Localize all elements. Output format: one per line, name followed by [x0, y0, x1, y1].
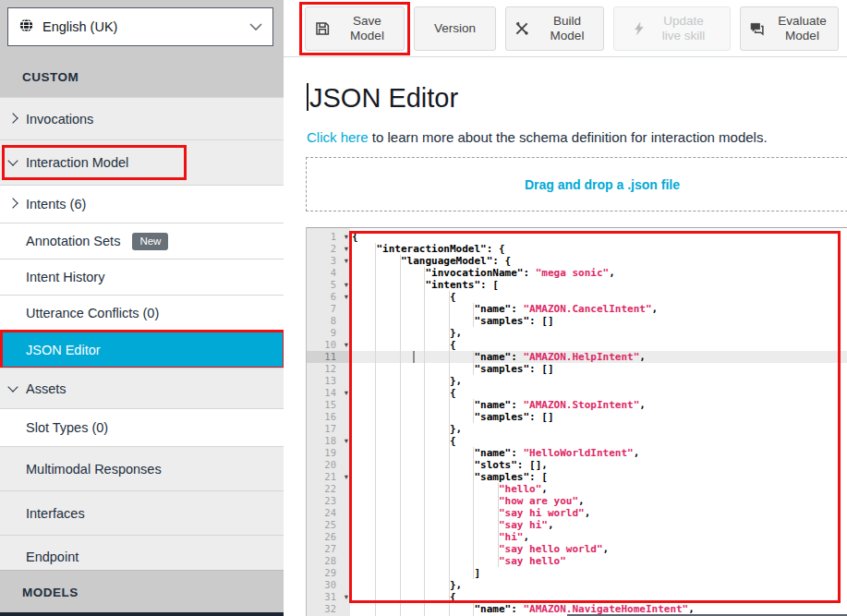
indent-guides: [352, 567, 474, 579]
button-label: Update live skill: [655, 14, 712, 43]
json-token: "name":: [474, 603, 516, 615]
fold-toggle-icon[interactable]: ▾: [345, 591, 348, 603]
code-line[interactable]: "invocationName": "mega sonic",: [350, 267, 847, 279]
code-line[interactable]: {: [350, 291, 847, 303]
code-line[interactable]: {: [350, 339, 847, 351]
line-number: 12: [307, 363, 350, 375]
editor-code-area[interactable]: { "interactionModel": { "languageModel":…: [350, 228, 847, 616]
json-token: ,: [603, 543, 610, 555]
sidebar-item-json-editor[interactable]: JSON Editor: [0, 331, 284, 368]
code-line[interactable]: ]: [350, 567, 847, 579]
json-token: "samples":: [474, 411, 535, 423]
fold-toggle-icon[interactable]: ▾: [345, 435, 348, 447]
text-caret: [307, 83, 309, 111]
indent-guides: [352, 363, 474, 375]
code-line[interactable]: "hi",: [350, 531, 847, 543]
sidebar-item-invocations[interactable]: Invocations: [0, 97, 284, 139]
code-line[interactable]: "name": "AMAZON.StopIntent",: [350, 399, 847, 411]
sidebar-item-slot-types-0[interactable]: Slot Types (0): [0, 408, 284, 446]
code-line[interactable]: "how are you",: [350, 495, 847, 507]
code-line[interactable]: "say hello": [350, 555, 847, 567]
sidebar-bottom-edge: [0, 612, 284, 616]
code-line[interactable]: "samples": []: [350, 411, 847, 423]
line-number: 15: [307, 399, 350, 411]
code-line[interactable]: },: [350, 423, 847, 435]
sidebar-item-label: Intents (6): [26, 197, 86, 211]
code-line[interactable]: "say hello world",: [350, 543, 847, 555]
save-model-button[interactable]: Save Model: [305, 6, 405, 51]
line-number: 22: [307, 483, 350, 495]
json-token: "samples":: [474, 315, 535, 327]
code-line[interactable]: },: [350, 327, 847, 339]
code-line[interactable]: "name": "AMAZON.HelpIntent",: [350, 351, 847, 363]
code-line[interactable]: {: [350, 435, 847, 447]
indent-guides: [352, 267, 425, 279]
language-area: English (UK) CUSTOM: [0, 0, 284, 97]
json-token: ,: [523, 531, 529, 543]
models-section-header: MODELS: [0, 570, 284, 616]
fold-toggle-icon[interactable]: ▾: [345, 243, 348, 255]
language-selector[interactable]: English (UK): [7, 7, 273, 46]
sidebar-item-intent-history[interactable]: Intent History: [0, 259, 284, 295]
code-line[interactable]: "say hi world",: [350, 507, 847, 519]
code-line[interactable]: "name": "AMAZON.CancelIntent",: [350, 303, 847, 315]
code-line[interactable]: "slots": [],: [350, 459, 847, 471]
sidebar-item-intents-6[interactable]: Intents (6): [0, 185, 284, 223]
json-token: []: [536, 411, 554, 423]
json-dropzone[interactable]: Drag and drop a .json file: [306, 157, 847, 211]
json-token: [],: [523, 459, 548, 471]
build-icon: [514, 20, 530, 37]
fold-toggle-icon[interactable]: ▾: [345, 291, 348, 303]
json-token: ,: [652, 303, 659, 315]
build-model-button[interactable]: Build Model: [505, 6, 604, 51]
fold-toggle-icon[interactable]: ▾: [345, 387, 348, 399]
version-button[interactable]: Version: [414, 6, 496, 51]
json-token: {: [450, 435, 456, 447]
code-line[interactable]: },: [350, 375, 847, 387]
line-number: 10▾: [307, 339, 350, 351]
json-code-editor[interactable]: 1▾2▾3▾45▾6▾78910▾11121314▾15161718▾19202…: [306, 227, 847, 616]
indent-guides: [352, 495, 499, 507]
sidebar-item-interaction-model[interactable]: Interaction Model: [0, 139, 284, 185]
line-number: 24: [307, 507, 350, 519]
indent-guides: [352, 255, 401, 267]
sidebar-item-label: Slot Types (0): [26, 420, 108, 435]
indent-guides: [352, 315, 474, 327]
json-token: ,: [578, 495, 585, 507]
sidebar-item-utterance-conflicts-0[interactable]: Utterance Conflicts (0): [0, 295, 284, 331]
json-string-value: "hi": [499, 531, 524, 543]
code-line[interactable]: "samples": []: [350, 315, 847, 327]
code-line[interactable]: "say hi",: [350, 519, 847, 531]
sidebar-item-annotation-sets[interactable]: Annotation SetsNew: [0, 223, 284, 259]
chevron-down-icon: [7, 155, 18, 165]
fold-toggle-icon[interactable]: ▾: [345, 231, 348, 243]
line-number: 30: [307, 579, 350, 591]
fold-toggle-icon[interactable]: ▾: [345, 339, 348, 351]
code-line[interactable]: {: [350, 591, 847, 603]
fold-toggle-icon[interactable]: ▾: [345, 279, 348, 291]
click-here-link[interactable]: Click here: [307, 129, 369, 145]
sidebar-item-multimodal-responses[interactable]: Multimodal Responses: [0, 446, 284, 490]
fold-toggle-icon[interactable]: ▾: [345, 255, 348, 267]
line-number: 21▾: [307, 471, 350, 483]
json-token: ,: [634, 447, 640, 459]
indent-guides: [352, 291, 450, 303]
sidebar-item-interfaces[interactable]: Interfaces: [0, 490, 284, 535]
json-string-value: "AMAZON.HelpIntent": [523, 351, 639, 363]
code-line[interactable]: "intents": [: [350, 279, 847, 291]
code-line[interactable]: {: [350, 231, 847, 243]
code-line[interactable]: "samples": []: [350, 363, 847, 375]
code-line[interactable]: "interactionModel": {: [350, 243, 847, 255]
code-line[interactable]: "samples": [: [350, 471, 847, 483]
indent-guides: [352, 591, 450, 603]
code-line[interactable]: "languageModel": {: [350, 255, 847, 267]
fold-toggle-icon[interactable]: ▾: [345, 471, 348, 483]
code-line[interactable]: {: [350, 387, 847, 399]
code-line[interactable]: },: [350, 579, 847, 591]
chevron-right-icon: [7, 113, 18, 123]
code-line[interactable]: "name": "HelloWorldIntent",: [350, 447, 847, 459]
evaluate-model-button[interactable]: Evaluate Model: [740, 6, 839, 51]
line-number: 13: [307, 375, 350, 387]
sidebar-item-assets[interactable]: Assets: [0, 368, 284, 408]
code-line[interactable]: "hello",: [350, 483, 847, 495]
